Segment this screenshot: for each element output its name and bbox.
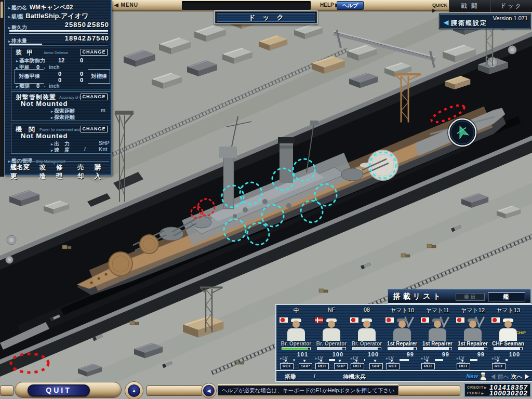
crew-card[interactable]: Br. Operator LV101 EX RCTSHP [278, 316, 314, 371]
hp-label: 耐久力 [8, 24, 27, 30]
column-header: NF [314, 307, 349, 314]
ex-bar [400, 359, 416, 361]
crew-columns: 中 NF 08 ヤマト10 ヤマト11 ヤマト12 ヤマト13 [278, 307, 526, 314]
quit-button[interactable]: QUIT [28, 384, 90, 396]
message-back-button[interactable]: ◀ [201, 383, 217, 398]
prev-page-button[interactable]: ◀ 前へ [490, 373, 509, 381]
armor-subtitle: Armor Defense [44, 51, 68, 55]
rct-button[interactable]: RCT [457, 363, 470, 369]
pipe-decor [147, 385, 203, 396]
top-menu-bar: ◀ MENU HELP ▶ ヘルプ QUICK ▶ [110, 0, 449, 11]
edge-handle[interactable] [1, 2, 3, 18]
engine-section: 機 関 Power for movement and CHANGE Not Mo… [11, 124, 111, 154]
crew-card[interactable]: Br. Operator LV100 EX RCTSHP [314, 316, 349, 371]
remodel-button[interactable]: 改造 [39, 163, 51, 181]
point-arrow-icon: ▶ [481, 391, 484, 395]
crew-card[interactable]: CHIF CHF Seaman LV100 EX RCT [490, 316, 526, 371]
armor-change-button[interactable]: CHANGE [81, 49, 108, 56]
flag-japan-icon [456, 317, 465, 323]
column-header: 08 [349, 307, 384, 314]
rct-button[interactable]: RCT [280, 363, 294, 369]
crew-name: Br. Operator [349, 341, 384, 347]
menu-button[interactable]: ◀ MENU [114, 2, 138, 8]
crew-level-bar [388, 347, 417, 350]
escort-settings-panel[interactable]: ◀ 護衛艦設定 Version 1.071 [439, 14, 531, 29]
sell-button[interactable]: 売却 [77, 163, 89, 181]
crew-card[interactable]: Br. Operator LV100 EX RCTSHP [349, 316, 384, 371]
crew-name: Br. Operator [314, 341, 349, 347]
flag-germany-icon [314, 317, 324, 323]
left-edge-strip [0, 0, 4, 177]
rct-button[interactable]: RCT [386, 363, 400, 369]
game-screen: ◀ MENU HELP ▶ ヘルプ QUICK ▶ 戦 闘 ドック ドック ◀ … [0, 0, 532, 399]
fcs-change-button[interactable]: CHANGE [81, 94, 108, 100]
flag-japan-icon [350, 317, 359, 323]
engine-change-button[interactable]: CHANGE [81, 126, 108, 132]
shp-button[interactable]: SHP [334, 363, 348, 369]
pipe-decor [398, 385, 460, 396]
crew-level-bar [423, 347, 452, 350]
flag-japan-icon [385, 317, 394, 323]
engine-output-unit: SHP [99, 140, 110, 146]
crew-footer: 搭乗 / 待機水兵 New ◀ 前へ 次へ ▶ [276, 370, 532, 381]
sailor-icon[interactable] [480, 372, 486, 380]
crew-card[interactable]: 1st Repairer LV99 EX RCT [384, 316, 420, 371]
displacement-current: 18942 [65, 34, 86, 42]
column-header: 中 [278, 307, 314, 314]
lv-value: 99 [407, 351, 414, 357]
management-divider [9, 161, 109, 162]
ship-class-value: BattleShip.アイオワ [25, 12, 88, 20]
crew-card[interactable]: 1st Repairer LV99 EX RCT [420, 316, 455, 371]
armor-g1: 0 [58, 71, 61, 77]
armor-side-unit: inch [49, 83, 60, 89]
armor-section: 装 甲 Armor Defense CHANGE 基本防御力 12 0 甲板 0… [11, 47, 111, 89]
ship-filter-button[interactable]: 艦 [488, 292, 525, 301]
crew-filter-button[interactable]: 乗員 [456, 293, 485, 301]
page-title: ドック [217, 13, 315, 22]
point-row: POINT ▶ 100030202 [467, 390, 528, 396]
rct-button[interactable]: RCT [492, 363, 506, 369]
tab-battle[interactable]: 戦 闘 [449, 0, 490, 12]
crew-level-bar [352, 347, 381, 350]
hp-max: 25850 [88, 21, 109, 29]
crew-list-panel: 中 NF 08 ヤマト10 ヤマト11 ヤマト12 ヤマト13 Br. Oper… [275, 304, 532, 382]
quick-button[interactable]: QUICK ▶ [432, 3, 449, 13]
crew-name: CHF Seaman [490, 341, 526, 347]
armor-side-value: 0 [36, 83, 39, 89]
ship-class-row: 級/艦 BattleShip.アイオワ [8, 11, 88, 21]
rename-button[interactable]: 艦名変更 [10, 163, 35, 181]
tab-dock[interactable]: ドック [490, 0, 532, 12]
shp-button[interactable]: SHP [369, 363, 383, 369]
next-page-button[interactable]: 次へ ▶ [511, 373, 530, 381]
ex-bar [470, 359, 487, 361]
shp-button[interactable]: SHP [299, 363, 312, 369]
chief-badge: CHIF [516, 330, 526, 335]
rct-button[interactable]: RCT [421, 363, 435, 369]
pipe-decor [0, 385, 14, 396]
crew-level-bar [317, 347, 346, 350]
lv-value: 100 [368, 351, 379, 357]
buy-button[interactable]: 購入 [95, 163, 107, 181]
crew-list-header: 搭載リスト 乗員 艦 [388, 289, 531, 304]
crew-level-bar [282, 347, 311, 350]
help-button[interactable]: ヘルプ [337, 1, 364, 10]
armor-side-dot: . [44, 83, 45, 88]
lv-value: 99 [442, 351, 449, 357]
credit-arrow-icon: ▶ [484, 385, 487, 389]
crew-name: 1st Repairer [384, 341, 420, 347]
left-arrow-icon: ◀ [203, 385, 215, 396]
panel-up-button[interactable]: ▲ [125, 381, 143, 399]
help-message: ヘルプが必要な場合は、キーボードのF1かHelpボタンを押して下さい [222, 387, 395, 393]
fcs-range2-label: 探索距離 [51, 114, 75, 121]
rct-button[interactable]: RCT [315, 363, 329, 369]
lv-value: 100 [509, 351, 520, 357]
rct-button[interactable]: RCT [351, 363, 364, 369]
crew-level-bar [458, 347, 487, 350]
catapult-button[interactable] [447, 117, 477, 148]
mode-tabs: 戦 闘 ドック [449, 0, 532, 12]
armor-base-v2: 0 [80, 57, 83, 63]
crew-card[interactable]: 1st Repairer LV99 EX RCT [455, 316, 490, 371]
crew-name: 1st Repairer [420, 341, 455, 347]
repair-button[interactable]: 修理 [56, 163, 68, 181]
ex-bar [364, 359, 381, 361]
